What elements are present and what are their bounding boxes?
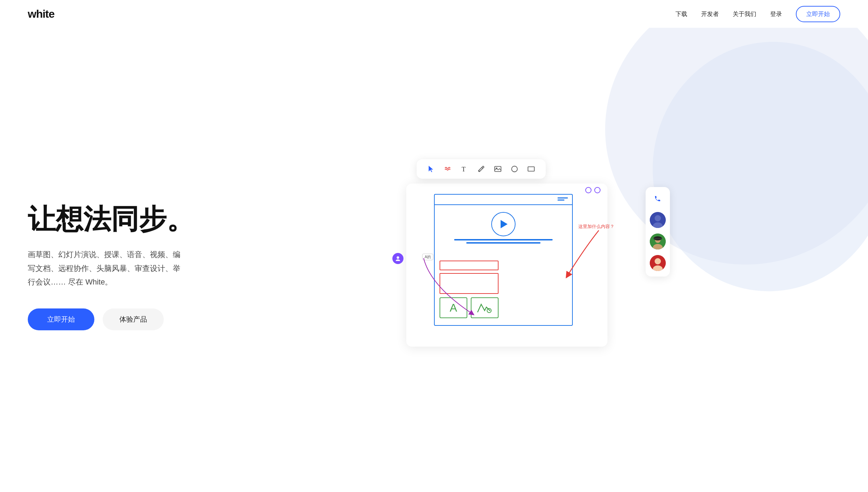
hero-description: 画草图、幻灯片演说、授课、语音、视频、编写文档、远程协作、头脑风暴、审查设计、举… bbox=[28, 248, 187, 289]
purple-avatar bbox=[392, 253, 403, 264]
hero-start-button[interactable]: 立即开始 bbox=[28, 308, 94, 330]
svg-point-7 bbox=[512, 166, 518, 172]
svg-rect-8 bbox=[528, 167, 534, 171]
navigation: 下载 开发者 关于我们 登录 立即开始 bbox=[675, 6, 840, 22]
window-header-line-1 bbox=[558, 197, 568, 198]
call-icon[interactable] bbox=[652, 193, 664, 205]
header: white 下载 开发者 关于我们 登录 立即开始 bbox=[0, 0, 868, 28]
cursor-tool-icon[interactable] bbox=[426, 164, 436, 174]
nav-download[interactable]: 下载 bbox=[675, 10, 687, 18]
svg-text:T: T bbox=[462, 166, 466, 173]
svg-rect-17 bbox=[654, 238, 662, 239]
avatar-user-2 bbox=[650, 234, 666, 249]
purple-circle-1 bbox=[585, 187, 592, 193]
play-icon bbox=[501, 220, 508, 228]
purple-arrow bbox=[417, 258, 493, 321]
hero-left: 让想法同步。 画草图、幻灯片演说、授课、语音、视频、编写文档、远程协作、头脑风暴… bbox=[28, 183, 208, 330]
hero-title: 让想法同步。 bbox=[28, 203, 208, 235]
image-tool-icon[interactable] bbox=[493, 164, 503, 174]
svg-point-20 bbox=[655, 258, 661, 264]
paint-tool-icon[interactable] bbox=[476, 164, 486, 174]
avatar-user-1 bbox=[650, 212, 666, 228]
content-line-2 bbox=[466, 242, 541, 244]
play-circle bbox=[491, 212, 516, 236]
red-arrow bbox=[557, 227, 613, 282]
window-header-bar bbox=[435, 195, 572, 205]
window-header-line-2 bbox=[558, 200, 564, 201]
content-lines bbox=[442, 239, 565, 244]
circle-tool-icon[interactable] bbox=[510, 164, 519, 174]
avatar-sidebar bbox=[646, 187, 670, 277]
window-header-lines bbox=[558, 197, 568, 201]
svg-point-10 bbox=[397, 256, 399, 259]
nav-about[interactable]: 关于我们 bbox=[733, 10, 756, 18]
toolbar-card: T bbox=[417, 159, 546, 179]
purple-circles bbox=[585, 187, 601, 193]
nav-start-button[interactable]: 立即开始 bbox=[796, 6, 840, 22]
hero-demo-button[interactable]: 体验产品 bbox=[103, 308, 164, 330]
text-tool-icon[interactable]: T bbox=[460, 164, 469, 174]
hero-actions: 立即开始 体验产品 bbox=[28, 308, 208, 330]
hero-section: 让想法同步。 画草图、幻灯片演说、授课、语音、视频、编写文档、远程协作、头脑风暴… bbox=[0, 28, 868, 492]
avatar-user-3 bbox=[650, 255, 666, 271]
canvas-area: A A的 bbox=[406, 184, 607, 347]
layers-tool-icon[interactable] bbox=[443, 164, 453, 174]
nav-developers[interactable]: 开发者 bbox=[701, 10, 719, 18]
svg-marker-2 bbox=[429, 166, 433, 172]
svg-point-4 bbox=[478, 171, 480, 172]
logo[interactable]: white bbox=[28, 8, 54, 20]
content-line-1 bbox=[454, 239, 553, 240]
hero-right: T bbox=[208, 152, 840, 360]
play-section bbox=[442, 212, 565, 244]
purple-circle-2 bbox=[594, 187, 601, 193]
svg-point-12 bbox=[655, 215, 661, 221]
whiteboard-mockup: T bbox=[406, 159, 642, 354]
nav-login[interactable]: 登录 bbox=[770, 10, 782, 18]
rectangle-tool-icon[interactable] bbox=[526, 164, 536, 174]
